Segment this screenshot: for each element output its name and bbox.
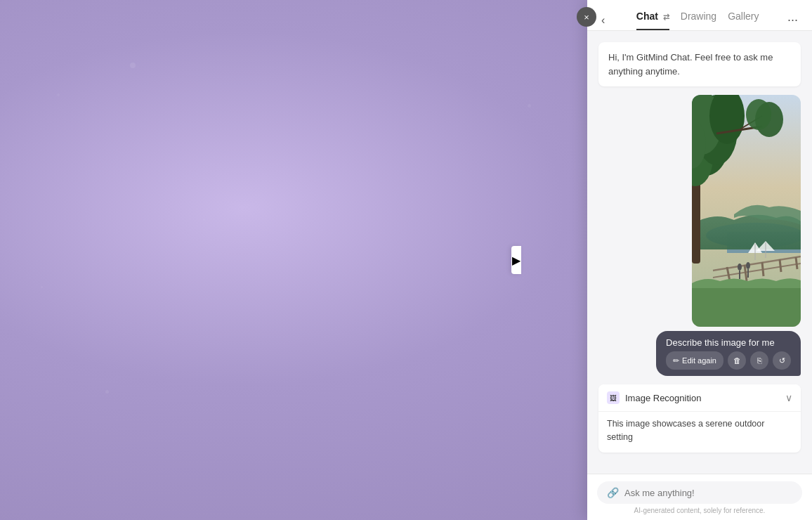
close-icon: × — [584, 12, 589, 22]
attach-button[interactable]: 🔗 — [607, 487, 619, 498]
more-button[interactable]: ··· — [785, 10, 801, 30]
user-text-bubble: Describe this image for me ✏ Edit again … — [656, 331, 801, 376]
svg-line-16 — [762, 262, 764, 276]
expand-handle[interactable]: ▶ — [511, 246, 521, 274]
response-body: This image showcases a serene outdoor se… — [598, 411, 801, 453]
expand-icon: ▶ — [512, 254, 520, 267]
more-icon: ··· — [787, 13, 798, 27]
response-header[interactable]: 🖼 Image Recognition ∨ — [598, 384, 801, 411]
response-header-left: 🖼 Image Recognition — [607, 391, 701, 404]
ai-disclaimer: AI-generated content, solely for referen… — [597, 504, 802, 516]
bubble-actions: ✏ Edit again 🗑 ⎘ ↺ — [666, 351, 791, 370]
recognition-icon: 🖼 — [607, 391, 620, 404]
input-row: 🔗 — [597, 481, 802, 504]
copy-button[interactable]: ⎘ — [750, 351, 768, 370]
close-button[interactable]: × — [577, 7, 596, 27]
edit-icon: ✏ — [673, 356, 679, 365]
chat-input[interactable] — [624, 488, 792, 498]
svg-line-18 — [796, 257, 797, 269]
svg-line-17 — [780, 259, 781, 272]
delete-button[interactable]: 🗑 — [728, 351, 746, 370]
collapse-icon: ∨ — [785, 392, 792, 403]
back-icon: ‹ — [601, 14, 605, 26]
svg-point-23 — [738, 264, 742, 271]
user-message-container: Describe this image for me ✏ Edit again … — [598, 95, 801, 376]
refresh-button[interactable]: ↺ — [773, 351, 791, 370]
messages-area[interactable]: Hi, I'm GitMind Chat. Feel free to ask m… — [587, 31, 812, 474]
header-tabs: Chat ⇄ Drawing Gallery — [613, 11, 782, 30]
user-image-bubble — [692, 95, 801, 327]
landscape-image — [692, 95, 801, 327]
svg-point-25 — [746, 262, 750, 269]
edit-again-button[interactable]: ✏ Edit again — [666, 351, 723, 370]
input-area: 🔗 AI-generated content, solely for refer… — [587, 474, 812, 520]
chat-header: ‹ Chat ⇄ Drawing Gallery ··· — [587, 0, 812, 31]
svg-point-13 — [746, 99, 771, 130]
tab-gallery[interactable]: Gallery — [728, 11, 759, 30]
svg-rect-27 — [692, 285, 801, 327]
back-button[interactable]: ‹ — [598, 11, 608, 30]
response-container: 🖼 Image Recognition ∨ This image showcas… — [598, 384, 801, 453]
delete-icon: 🗑 — [733, 356, 741, 365]
tab-chat[interactable]: Chat ⇄ — [636, 11, 669, 30]
refresh-icon: ↺ — [779, 356, 785, 365]
swap-icon: ⇄ — [663, 13, 669, 22]
tab-drawing[interactable]: Drawing — [681, 11, 716, 30]
copy-icon: ⎘ — [757, 356, 762, 365]
system-message: Hi, I'm GitMind Chat. Feel free to ask m… — [598, 42, 801, 86]
chat-panel: × ‹ Chat ⇄ Drawing Gallery ··· Hi, I'm G… — [587, 0, 812, 520]
